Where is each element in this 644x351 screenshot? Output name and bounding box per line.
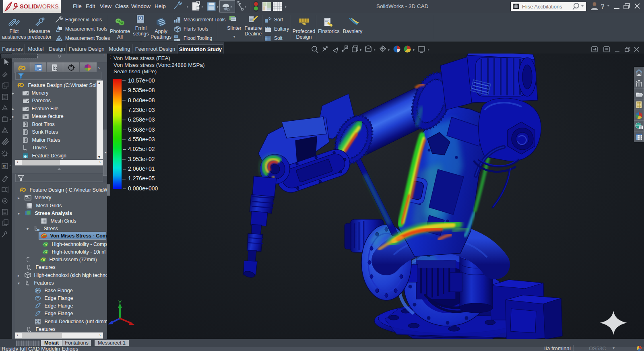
svg-text:SOLiD: SOLiD: [20, 3, 37, 10]
svg-text:IB: IB: [3, 164, 6, 168]
svg-text:?: ?: [601, 3, 604, 10]
svg-text:WORKS: WORKS: [37, 3, 59, 10]
